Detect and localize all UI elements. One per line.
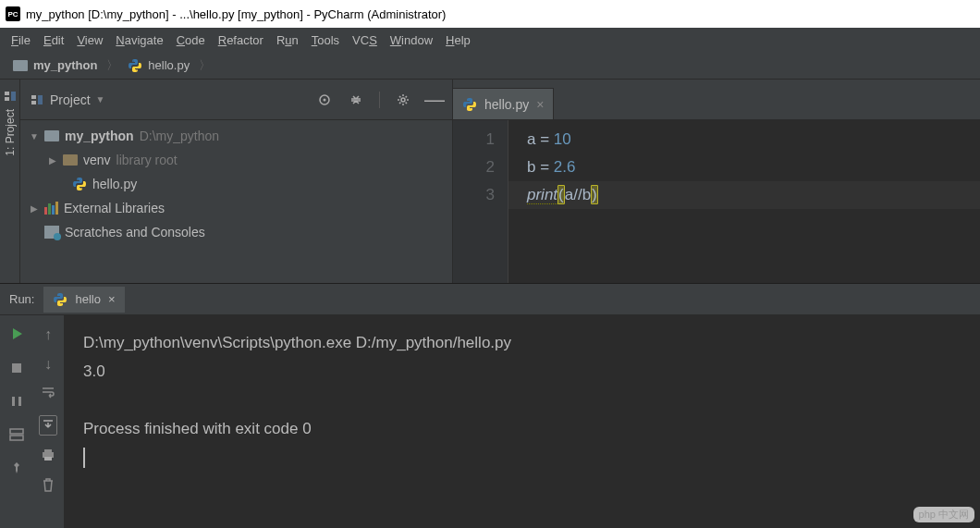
code-token: 2.6 <box>554 158 576 176</box>
sidebar-project-label: 1: Project <box>4 109 17 156</box>
tree-scratches[interactable]: ▶ Scratches and Consoles <box>20 220 452 244</box>
tree-venv[interactable]: ▶ venv library root <box>20 148 452 172</box>
window-titlebar: PC my_python [D:\my_python] - ...\hello.… <box>0 0 980 28</box>
pin-icon[interactable] <box>10 461 23 478</box>
tree-file-label: hello.py <box>92 177 137 191</box>
menu-navigate[interactable]: Navigate <box>110 31 168 49</box>
scroll-to-end-icon[interactable] <box>39 415 57 436</box>
run-tab-label: hello <box>75 292 100 306</box>
svg-rect-9 <box>12 363 21 373</box>
chevron-down-icon[interactable]: ▼ <box>96 94 105 104</box>
line-number: 2 <box>453 153 495 181</box>
menu-run[interactable]: Run <box>271 31 304 49</box>
tree-root-path: D:\my_python <box>140 129 219 143</box>
tree-venv-name: venv <box>83 153 111 167</box>
code-token: a//b <box>565 186 591 203</box>
run-panel: Run: hello × ↑ ↓ D:\my_python\venv\Scrip… <box>0 283 980 528</box>
project-tree: ▼ my_python D:\my_python ▶ venv library … <box>20 120 452 283</box>
library-folder-icon <box>63 154 78 166</box>
editor-body[interactable]: 1 2 3 a = 10 b = 2.6 print(a//b) <box>453 120 980 283</box>
navigation-bar: my_python 〉 hello.py 〉 <box>0 52 980 80</box>
project-tool-icon <box>3 89 18 104</box>
breadcrumb-project-label: my_python <box>33 58 97 72</box>
watermark: php 中文网 <box>913 507 974 522</box>
menu-window[interactable]: Window <box>385 31 438 49</box>
svg-rect-16 <box>44 457 52 460</box>
code-token: = <box>535 158 553 176</box>
svg-rect-2 <box>11 92 16 101</box>
trash-icon[interactable] <box>42 478 55 497</box>
soft-wrap-icon[interactable] <box>41 386 55 402</box>
folder-icon <box>13 60 28 71</box>
python-file-icon <box>128 58 142 73</box>
menu-vcs[interactable]: VCS <box>347 31 383 49</box>
svg-point-8 <box>401 98 405 102</box>
line-number: 1 <box>453 126 495 153</box>
down-icon[interactable]: ↓ <box>44 356 52 373</box>
python-file-icon <box>72 177 87 191</box>
run-action-column-2: ↑ ↓ <box>32 315 65 528</box>
svg-rect-10 <box>12 397 15 406</box>
menu-help[interactable]: Help <box>440 31 476 49</box>
pause-icon[interactable] <box>10 395 23 411</box>
console-line: Process finished with exit code 0 <box>83 420 312 437</box>
tree-ext-libs-label: External Libraries <box>64 201 165 215</box>
line-number: 3 <box>453 181 495 209</box>
tree-root-name: my_python <box>65 129 134 143</box>
project-panel-header: Project ▼ — <box>20 80 452 120</box>
python-file-icon <box>53 292 67 307</box>
left-tool-sidebar[interactable]: 1: Project <box>0 80 20 283</box>
console-line: 3.0 <box>83 362 105 380</box>
breadcrumb-file[interactable]: hello.py <box>122 58 195 73</box>
run-tab-hello[interactable]: hello × <box>43 287 124 313</box>
menu-edit[interactable]: Edit <box>38 31 69 49</box>
editor-tab-hello[interactable]: hello.py × <box>453 88 554 119</box>
print-icon[interactable] <box>41 448 55 465</box>
tree-file-hello[interactable]: hello.py <box>20 172 452 196</box>
code-token: ( <box>557 185 565 204</box>
code-token: print <box>527 186 557 204</box>
menu-tools[interactable]: Tools <box>306 31 345 49</box>
code-token: = <box>535 130 553 148</box>
run-body: ↑ ↓ D:\my_python\venv\Scripts\python.exe… <box>0 315 980 528</box>
svg-rect-11 <box>18 397 21 406</box>
locate-icon[interactable] <box>316 92 333 108</box>
svg-rect-13 <box>10 436 23 440</box>
svg-rect-12 <box>10 429 23 434</box>
menu-view[interactable]: View <box>71 31 108 49</box>
svg-rect-0 <box>5 92 9 95</box>
close-tab-icon[interactable]: × <box>108 292 116 306</box>
hide-icon[interactable]: — <box>426 92 443 108</box>
close-tab-icon[interactable]: × <box>536 97 544 112</box>
run-action-column-1 <box>0 315 32 528</box>
svg-rect-5 <box>38 95 43 104</box>
divider <box>379 92 380 108</box>
tree-root[interactable]: ▼ my_python D:\my_python <box>20 124 452 148</box>
layout-icon[interactable] <box>9 428 24 445</box>
run-label: Run: <box>9 292 34 306</box>
menu-code[interactable]: Code <box>171 31 211 49</box>
folder-icon <box>44 130 59 141</box>
breadcrumb-project[interactable]: my_python <box>7 58 103 72</box>
scratches-icon <box>44 226 59 239</box>
code-area[interactable]: a = 10 b = 2.6 print(a//b) <box>508 120 980 283</box>
console-output[interactable]: D:\my_python\venv\Scripts\python.exe D:/… <box>65 315 980 528</box>
menu-refactor[interactable]: Refactor <box>213 31 269 49</box>
libraries-icon <box>44 202 58 215</box>
console-cursor <box>83 448 85 468</box>
console-line: D:\my_python\venv\Scripts\python.exe D:/… <box>83 334 511 351</box>
menu-file[interactable]: File <box>6 31 36 49</box>
up-icon[interactable]: ↑ <box>44 326 52 343</box>
line-gutter: 1 2 3 <box>453 120 508 283</box>
rerun-icon[interactable] <box>9 326 24 345</box>
collapse-all-icon[interactable] <box>348 92 364 108</box>
project-panel: Project ▼ — ▼ my_python <box>20 80 453 283</box>
gear-icon[interactable] <box>395 92 411 108</box>
editor-tab-bar: hello.py × <box>453 80 980 120</box>
editor-area: hello.py × 1 2 3 a = 10 b = 2.6 print(a/… <box>453 80 980 283</box>
svg-rect-1 <box>5 97 9 101</box>
tree-external-libraries[interactable]: ▶ External Libraries <box>20 196 452 220</box>
stop-icon[interactable] <box>10 362 23 378</box>
code-token: ) <box>591 185 598 204</box>
chevron-right-icon: 〉 <box>199 57 211 74</box>
